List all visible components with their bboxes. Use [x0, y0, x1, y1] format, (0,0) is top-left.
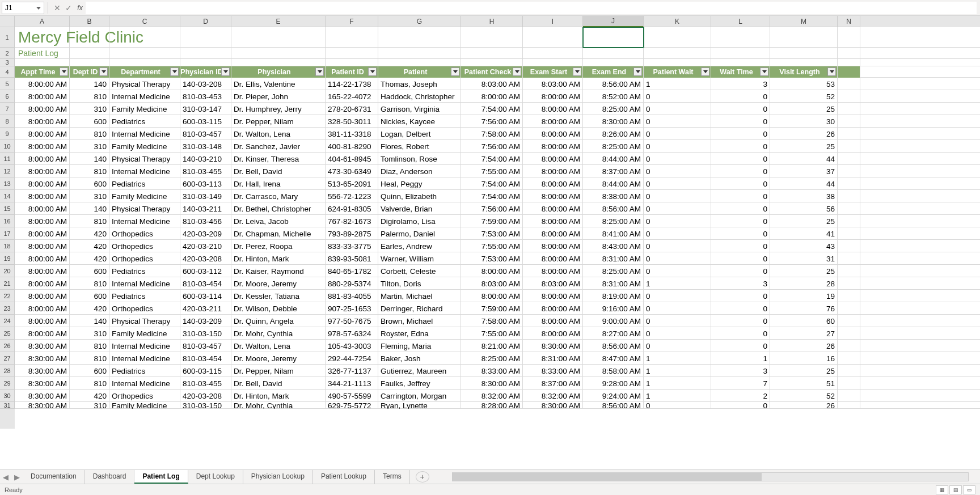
table-cell[interactable]: 7:55:00 AM	[461, 165, 523, 177]
table-cell[interactable]: 52	[770, 90, 838, 103]
table-cell[interactable]: 8:00:00 AM	[461, 290, 523, 302]
table-cell[interactable]: 8:44:00 AM	[583, 153, 644, 165]
table-cell[interactable]: 420	[70, 302, 109, 315]
filter-dropdown-icon[interactable]	[513, 67, 521, 76]
name-box-dropdown-icon[interactable]	[36, 6, 41, 10]
table-header[interactable]: Exam End	[583, 66, 644, 78]
cell[interactable]	[838, 365, 860, 377]
view-page-break-button[interactable]: ▭	[963, 485, 975, 494]
table-cell[interactable]: 8:25:00 AM	[583, 140, 644, 153]
table-cell[interactable]: 810	[70, 340, 109, 352]
table-cell[interactable]: 810-03-454	[180, 277, 231, 290]
cell[interactable]	[70, 48, 109, 59]
row-header-19[interactable]: 19	[0, 252, 15, 265]
row-header-25[interactable]: 25	[0, 327, 15, 340]
cell[interactable]	[523, 59, 583, 66]
table-cell[interactable]: 310-03-148	[180, 140, 231, 153]
table-header[interactable]: Exam Start	[523, 66, 583, 78]
table-cell[interactable]: 810	[70, 277, 109, 290]
cell[interactable]	[838, 103, 860, 115]
table-cell[interactable]: Physical Therapy	[109, 78, 180, 90]
table-header[interactable]: Patient	[378, 66, 461, 78]
table-cell[interactable]: 7:56:00 AM	[461, 115, 523, 128]
filter-dropdown-icon[interactable]	[315, 67, 324, 76]
cell[interactable]	[583, 59, 644, 66]
cell[interactable]	[838, 140, 860, 153]
table-cell[interactable]: 8:43:00 AM	[583, 240, 644, 252]
table-cell[interactable]: 8:31:00 AM	[583, 277, 644, 290]
table-cell[interactable]: 600-03-114	[180, 290, 231, 302]
table-cell[interactable]: 0	[711, 327, 770, 340]
table-cell[interactable]: Pediatrics	[109, 290, 180, 302]
table-cell[interactable]: 810	[70, 352, 109, 365]
table-cell[interactable]: 8:00:00 AM	[523, 240, 583, 252]
sheet-tab[interactable]: Patient Lookup	[313, 470, 375, 484]
table-cell[interactable]: 8:00:00 AM	[15, 165, 70, 177]
table-cell[interactable]: Pediatrics	[109, 365, 180, 377]
table-cell[interactable]: Dr. Ellis, Valentine	[231, 78, 326, 90]
table-cell[interactable]: Internal Medicine	[109, 377, 180, 390]
filter-dropdown-icon[interactable]	[760, 67, 768, 76]
table-cell[interactable]: Family Medicine	[109, 140, 180, 153]
table-cell[interactable]: 8:00:00 AM	[523, 265, 583, 277]
table-cell[interactable]: 140-03-209	[180, 315, 231, 327]
table-cell[interactable]: Dr. Chapman, Michelle	[231, 227, 326, 240]
table-cell[interactable]: Dr. Hinton, Mark	[231, 252, 326, 265]
table-cell[interactable]: 8:00:00 AM	[523, 153, 583, 165]
table-cell[interactable]: Tilton, Doris	[378, 277, 461, 290]
table-cell[interactable]: Dr. Carrasco, Mary	[231, 190, 326, 202]
cell[interactable]	[231, 59, 326, 66]
row-header-4[interactable]: 4	[0, 66, 15, 78]
table-cell[interactable]: 8:00:00 AM	[523, 252, 583, 265]
cell[interactable]	[838, 215, 860, 227]
filter-dropdown-icon[interactable]	[99, 67, 108, 76]
table-cell[interactable]: 0	[711, 115, 770, 128]
table-cell[interactable]: 8:00:00 AM	[523, 90, 583, 103]
cell[interactable]	[838, 48, 860, 59]
table-cell[interactable]: 8:03:00 AM	[461, 78, 523, 90]
horizontal-scroll-thumb[interactable]	[453, 473, 762, 481]
table-cell[interactable]: 105-43-3003	[326, 340, 378, 352]
grid-body[interactable]: Mercy Field ClinicPatient LogAppt TimeDe…	[15, 27, 980, 429]
table-cell[interactable]: 8:33:00 AM	[461, 365, 523, 377]
row-header-15[interactable]: 15	[0, 202, 15, 215]
filter-dropdown-icon[interactable]	[368, 67, 377, 76]
table-cell[interactable]: 0	[711, 315, 770, 327]
table-cell[interactable]: Dr. Mohr, Cynthia	[231, 327, 326, 340]
cell[interactable]	[231, 27, 326, 48]
table-cell[interactable]: 37	[770, 165, 838, 177]
table-cell[interactable]: 0	[644, 140, 711, 153]
table-cell[interactable]: 8:00:00 AM	[523, 190, 583, 202]
table-cell[interactable]: 165-22-4072	[326, 90, 378, 103]
table-cell[interactable]: 810	[70, 215, 109, 227]
table-cell[interactable]: Valverde, Brian	[378, 202, 461, 215]
table-cell[interactable]: 8:56:00 AM	[583, 340, 644, 352]
table-cell[interactable]: Internal Medicine	[109, 90, 180, 103]
table-cell[interactable]: 0	[644, 315, 711, 327]
table-cell[interactable]: 600	[70, 177, 109, 190]
table-cell[interactable]: Dr. Mohr, Cynthia	[231, 402, 326, 409]
table-cell[interactable]: Dr. Humphrey, Jerry	[231, 103, 326, 115]
cell[interactable]	[231, 48, 326, 59]
table-cell[interactable]: 8:28:00 AM	[461, 402, 523, 409]
row-header-13[interactable]: 13	[0, 177, 15, 190]
table-cell[interactable]: Dr. Leiva, Jacob	[231, 215, 326, 227]
row-header-31[interactable]: 31	[0, 402, 15, 409]
table-cell[interactable]: 7:54:00 AM	[461, 177, 523, 190]
table-cell[interactable]: 140	[70, 153, 109, 165]
table-cell[interactable]: Corbett, Celeste	[378, 265, 461, 277]
table-cell[interactable]: 0	[644, 103, 711, 115]
table-cell[interactable]: Dr. Hall, Irena	[231, 177, 326, 190]
table-cell[interactable]: 7:55:00 AM	[461, 240, 523, 252]
table-cell[interactable]: 8:25:00 AM	[583, 265, 644, 277]
table-cell[interactable]: 400-81-8290	[326, 140, 378, 153]
table-cell[interactable]: 292-44-7254	[326, 352, 378, 365]
table-cell[interactable]: 8:32:00 AM	[461, 390, 523, 402]
table-cell[interactable]: 8:37:00 AM	[583, 165, 644, 177]
table-cell[interactable]: 7:54:00 AM	[461, 103, 523, 115]
table-cell[interactable]: Family Medicine	[109, 103, 180, 115]
cell[interactable]	[838, 128, 860, 140]
row-header-3[interactable]: 3	[0, 59, 15, 66]
table-cell[interactable]: 0	[711, 202, 770, 215]
table-cell[interactable]: 810-03-456	[180, 215, 231, 227]
